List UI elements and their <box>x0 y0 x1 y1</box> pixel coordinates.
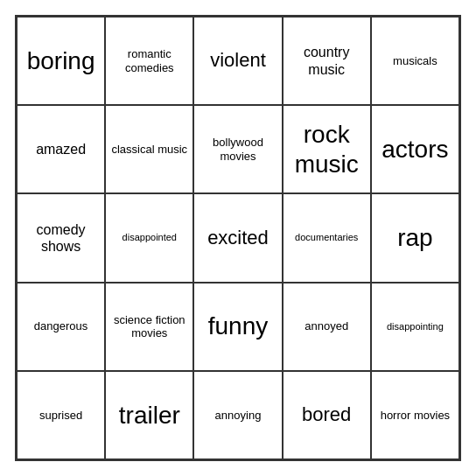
cell-2-2: excited <box>193 193 282 282</box>
cell-4-4: horror movies <box>371 371 459 459</box>
cell-0-3: country music <box>283 17 371 105</box>
cell-1-0: amazed <box>17 105 105 193</box>
cell-4-2: annoying <box>193 371 282 459</box>
cell-1-2: bollywood movies <box>193 105 282 193</box>
bingo-board: boringromantic comediesviolentcountry mu… <box>15 15 461 461</box>
cell-3-3: annoyed <box>283 283 371 371</box>
cell-0-1: romantic comedies <box>105 17 193 105</box>
cell-0-0: boring <box>17 17 105 105</box>
cell-3-2: funny <box>193 283 282 371</box>
cell-4-0: suprised <box>17 371 105 459</box>
cell-2-0: comedy shows <box>17 193 105 282</box>
cell-1-3: rock music <box>283 105 371 193</box>
cell-1-4: actors <box>371 105 459 193</box>
cell-0-2: violent <box>193 17 282 105</box>
cell-3-1: science fiction movies <box>105 283 193 371</box>
cell-2-3: documentaries <box>283 193 371 282</box>
cell-3-0: dangerous <box>17 283 105 371</box>
cell-4-3: bored <box>283 371 371 459</box>
cell-4-1: trailer <box>105 371 193 459</box>
cell-3-4: disappointing <box>371 283 459 371</box>
cell-0-4: musicals <box>371 17 459 105</box>
cell-2-4: rap <box>371 193 459 282</box>
cell-2-1: disappointed <box>105 193 193 282</box>
cell-1-1: classical music <box>105 105 193 193</box>
